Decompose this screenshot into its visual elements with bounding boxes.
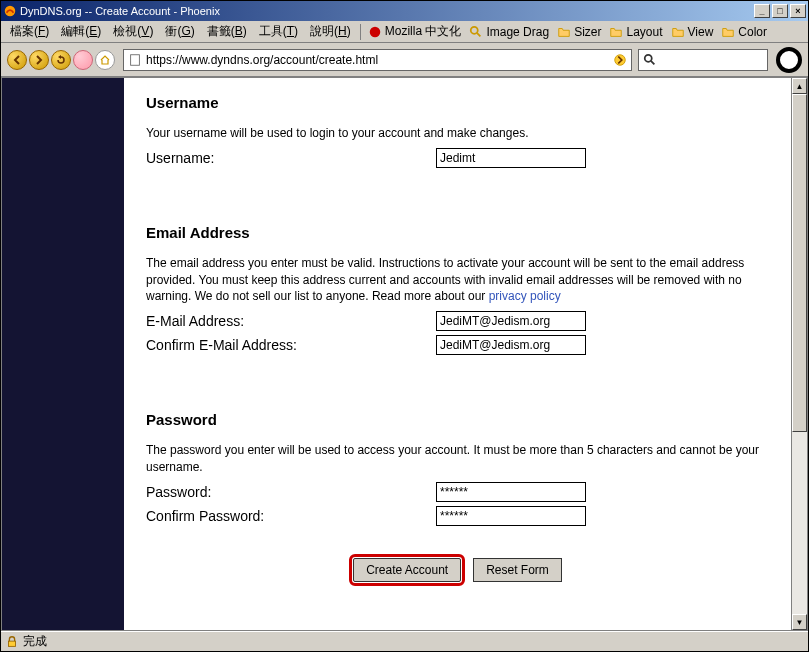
toolbar-sizer[interactable]: Sizer (553, 23, 605, 41)
create-account-button[interactable]: Create Account (353, 558, 461, 582)
svg-rect-4 (131, 54, 140, 65)
svg-line-3 (477, 32, 481, 36)
search-box[interactable] (638, 49, 768, 71)
email-help: The email address you enter must be vali… (146, 255, 769, 305)
search-input[interactable] (660, 53, 760, 67)
svg-rect-8 (9, 641, 16, 646)
back-button[interactable] (7, 50, 27, 70)
mozilla-icon (368, 25, 382, 39)
privacy-policy-link[interactable]: privacy policy (489, 289, 561, 303)
page-icon (128, 53, 142, 67)
folder-icon (557, 25, 571, 39)
window-title: DynDNS.org -- Create Account - Phoenix (20, 5, 752, 17)
username-heading: Username (146, 94, 769, 111)
scroll-track[interactable] (792, 94, 807, 614)
menu-file[interactable]: 檔案(F) (4, 21, 55, 42)
status-bar: 完成 (1, 631, 808, 651)
folder-icon (609, 25, 623, 39)
email-label: E-Mail Address: (146, 313, 436, 329)
scroll-thumb[interactable] (792, 94, 807, 432)
username-input[interactable] (436, 148, 586, 168)
app-icon (3, 4, 17, 18)
scroll-down-button[interactable]: ▼ (792, 614, 807, 630)
username-help: Your username will be used to login to y… (146, 125, 769, 142)
password-help: The password you enter will be used to a… (146, 442, 769, 476)
toolbar-view[interactable]: View (667, 23, 718, 41)
menu-edit[interactable]: 編輯(E) (55, 21, 107, 42)
menu-separator (360, 24, 361, 40)
forward-button[interactable] (29, 50, 49, 70)
page-content: Username Your username will be used to l… (124, 78, 791, 630)
page-sidebar (2, 78, 124, 630)
password-label: Password: (146, 484, 436, 500)
go-icon[interactable] (613, 53, 627, 67)
status-text: 完成 (23, 633, 47, 650)
menu-tools[interactable]: 工具(T) (253, 21, 304, 42)
confirm-password-label: Confirm Password: (146, 508, 436, 524)
menu-view[interactable]: 檢視(V) (107, 21, 159, 42)
magnify-icon (469, 25, 483, 39)
menu-go[interactable]: 衝(G) (159, 21, 200, 42)
password-heading: Password (146, 411, 769, 428)
lock-icon (5, 635, 19, 649)
menu-bar: 檔案(F) 編輯(E) 檢視(V) 衝(G) 書籤(B) 工具(T) 說明(H)… (1, 21, 808, 43)
home-button[interactable] (95, 50, 115, 70)
throbber-icon (776, 47, 802, 73)
svg-point-2 (471, 26, 478, 33)
url-input[interactable] (146, 53, 613, 67)
email-heading: Email Address (146, 224, 769, 241)
scroll-up-button[interactable]: ▲ (792, 78, 807, 94)
confirm-email-input[interactable] (436, 335, 586, 355)
email-input[interactable] (436, 311, 586, 331)
menu-bookmarks[interactable]: 書籤(B) (201, 21, 253, 42)
reset-form-button[interactable]: Reset Form (473, 558, 562, 582)
toolbar-color[interactable]: Color (717, 23, 771, 41)
toolbar-image-drag[interactable]: Image Drag (465, 23, 553, 41)
reload-button[interactable] (51, 50, 71, 70)
nav-toolbar (1, 43, 808, 77)
minimize-button[interactable]: _ (754, 4, 770, 18)
folder-icon (721, 25, 735, 39)
confirm-password-input[interactable] (436, 506, 586, 526)
url-bar[interactable] (123, 49, 632, 71)
folder-icon (671, 25, 685, 39)
title-bar: DynDNS.org -- Create Account - Phoenix _… (1, 1, 808, 21)
vertical-scrollbar[interactable]: ▲ ▼ (791, 78, 807, 630)
svg-point-1 (370, 26, 381, 37)
maximize-button[interactable]: □ (772, 4, 788, 18)
close-button[interactable]: × (790, 4, 806, 18)
svg-point-5 (615, 54, 626, 65)
stop-button[interactable] (73, 50, 93, 70)
svg-line-7 (651, 60, 655, 64)
password-input[interactable] (436, 482, 586, 502)
svg-point-6 (645, 54, 652, 61)
toolbar-mozilla-cn[interactable]: Mozilla 中文化 (364, 21, 466, 42)
toolbar-layout[interactable]: Layout (605, 23, 666, 41)
search-icon (643, 53, 657, 67)
username-label: Username: (146, 150, 436, 166)
confirm-email-label: Confirm E-Mail Address: (146, 337, 436, 353)
menu-help[interactable]: 說明(H) (304, 21, 357, 42)
